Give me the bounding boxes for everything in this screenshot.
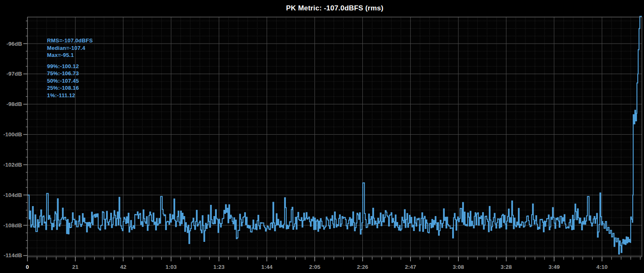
x-tick-label: 3:49	[548, 264, 560, 270]
x-tick-label: 2:47	[405, 264, 416, 270]
percentile-line: 1%:-111.12	[47, 92, 93, 99]
x-tick-label: 1:44	[261, 264, 273, 270]
pk-metric-window: PK Metric: -107.0dBFS (rms) -96dB-97dB-9…	[0, 0, 644, 273]
x-tick-label: 2:26	[357, 264, 369, 270]
x-tick-label: 0	[26, 264, 29, 270]
y-tick-label: -96dB	[6, 41, 22, 47]
x-tick-label: 42	[120, 264, 126, 270]
stat-line: RMS=-107.0dBFS	[47, 37, 93, 44]
y-tick-label: -98dB	[6, 101, 22, 107]
x-tick-label: 1:03	[166, 264, 177, 270]
stat-line: Max=-95.1	[47, 52, 93, 59]
x-tick-label: 2:05	[309, 264, 321, 270]
stats-gap	[47, 59, 93, 63]
plot-area[interactable]: -96dB-97dB-98dB-100dB-102dB-104dB-108dB-…	[0, 0, 644, 273]
y-tick-label: -100dB	[3, 131, 22, 138]
x-tick-label: 4:10	[596, 264, 607, 270]
y-tick-label: -114dB	[4, 252, 22, 258]
percentile-line: 25%:-108.16	[47, 84, 93, 92]
y-tick-label: -97dB	[6, 71, 22, 77]
x-tick-label: 21	[72, 264, 79, 270]
y-tick-label: -104dB	[3, 192, 22, 198]
y-tick-label: -102dB	[3, 162, 22, 168]
percentile-line: 75%:-106.73	[47, 70, 93, 77]
stats-overlay: RMS=-107.0dBFSMedian=-107.4Max=-95.1 99%…	[47, 37, 93, 99]
stats-percentiles: 99%:-100.1275%:-106.7350%:-107.4525%:-10…	[47, 63, 93, 99]
x-tick-label: 1:23	[213, 264, 225, 270]
y-tick-label: -108dB	[3, 222, 22, 229]
x-tick-label: 3:08	[453, 264, 464, 270]
stats-summary: RMS=-107.0dBFSMedian=-107.4Max=-95.1	[47, 37, 93, 59]
stat-line: Median=-107.4	[47, 44, 93, 52]
x-tick-label: 3:28	[500, 264, 512, 270]
percentile-line: 50%:-107.45	[47, 77, 93, 85]
percentile-line: 99%:-100.12	[47, 63, 93, 70]
